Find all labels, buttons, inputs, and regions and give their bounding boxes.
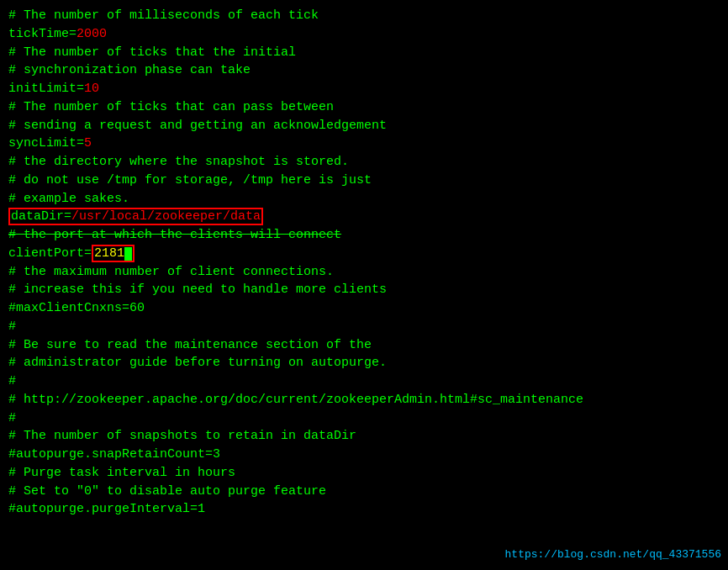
key-datadir: dataDir xyxy=(11,209,64,224)
line-1: # The number of milliseconds of each tic… xyxy=(8,7,720,25)
line-8: syncLimit=5 xyxy=(8,135,720,153)
line-15: # the maximum number of client connectio… xyxy=(8,263,720,282)
datadir-highlight: dataDir=/usr/local/zookeeper/data xyxy=(8,208,263,225)
val-clientport: 2181 xyxy=(94,246,124,261)
val-initlimit: 10 xyxy=(84,82,99,96)
line-4: # synchronization phase can take xyxy=(8,61,720,80)
line-19: # Be sure to read the maintenance sectio… xyxy=(8,336,720,355)
clientport-highlight: 2181 xyxy=(92,245,135,262)
terminal: # The number of milliseconds of each tic… xyxy=(0,0,728,570)
key-clientport: clientPort xyxy=(8,246,84,261)
val-synclimit: 5 xyxy=(84,136,92,150)
cursor xyxy=(124,247,132,261)
line-21: # xyxy=(8,372,720,391)
line-10: # do not use /tmp for storage, /tmp here… xyxy=(8,172,720,190)
line-26: # Purge task interval in hours xyxy=(8,464,720,483)
line-3: # The number of ticks that the initial xyxy=(8,44,720,62)
line-17: #maxClientCnxns=60 xyxy=(8,299,720,318)
line-12: dataDir=/usr/local/zookeeper/data xyxy=(8,208,720,226)
line-23: # xyxy=(8,409,720,428)
line-18: # xyxy=(8,318,720,336)
line-9: # the directory where the snapshot is st… xyxy=(8,153,720,172)
line-20: # administrator guide before turning on … xyxy=(8,354,720,372)
line-7: # sending a request and getting an ackno… xyxy=(8,117,720,135)
comment-strikethrough: # the port at which the clients will con… xyxy=(8,228,341,242)
line-27: # Set to "0" to disable auto purge featu… xyxy=(8,483,720,501)
line-22: # http://zookeeper.apache.org/doc/curren… xyxy=(8,391,720,409)
key-synclimit: syncLimit xyxy=(8,136,76,150)
line-16: # increase this if you need to handle mo… xyxy=(8,281,720,299)
line-24: # The number of snapshots to retain in d… xyxy=(8,427,720,446)
line-6: # The number of ticks that can pass betw… xyxy=(8,98,720,117)
key-initlimit: initLimit xyxy=(8,82,76,96)
line-5: initLimit=10 xyxy=(8,80,720,98)
val-ticktime: 2000 xyxy=(76,27,107,41)
line-14: clientPort=2181 xyxy=(8,245,720,263)
sep-ticktime: = xyxy=(69,27,76,41)
line-2: tickTime=2000 xyxy=(8,25,720,44)
line-28: #autopurge.purgeInterval=1 xyxy=(8,500,720,519)
line-11: # example sakes. xyxy=(8,190,720,208)
watermark: https://blog.csdn.net/qq_43371556 xyxy=(505,547,721,563)
key-ticktime: tickTime xyxy=(8,27,69,41)
line-13: # the port at which the clients will con… xyxy=(8,226,720,245)
line-25: #autopurge.snapRetainCount=3 xyxy=(8,446,720,464)
val-datadir: /usr/local/zookeeper/data xyxy=(71,209,261,224)
